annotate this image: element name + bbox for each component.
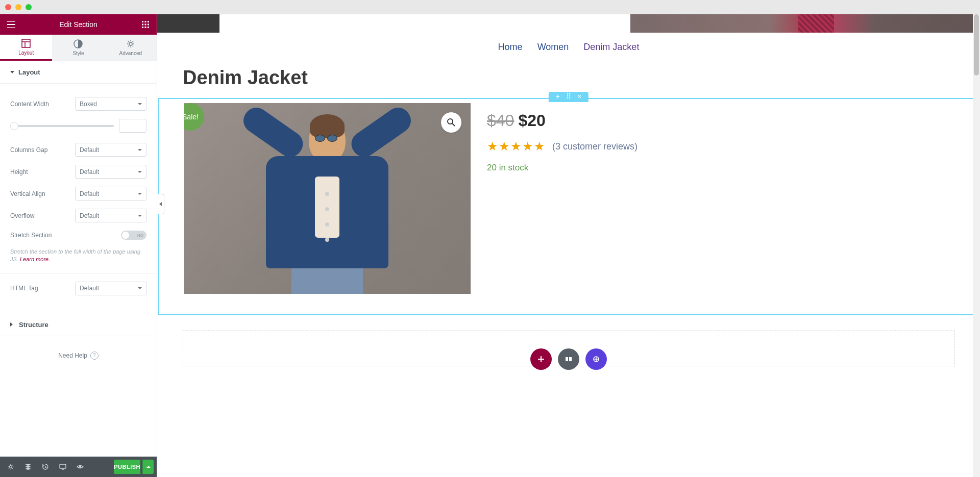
product-image[interactable]: Sale! — [184, 103, 471, 294]
menu-icon[interactable] — [6, 19, 16, 30]
price-new: $20 — [518, 111, 545, 130]
vertical-align-label: Vertical Align — [10, 190, 75, 197]
caret-down-icon — [10, 71, 14, 73]
height-value: Default — [80, 168, 99, 175]
svg-rect-6 — [142, 27, 143, 28]
add-section-button[interactable] — [530, 348, 552, 370]
structure-section-label: Structure — [19, 321, 48, 329]
breadcrumb-women[interactable]: Women — [537, 42, 569, 52]
svg-rect-1 — [145, 21, 146, 22]
tab-advanced-label: Advanced — [119, 51, 142, 56]
breadcrumb-home[interactable]: Home — [498, 42, 523, 52]
vertical-scrollbar[interactable]: ▲ — [973, 14, 980, 477]
tab-advanced[interactable]: Advanced — [105, 35, 157, 61]
width-slider[interactable] — [10, 125, 114, 127]
layout-section-toggle[interactable]: Layout — [0, 61, 157, 84]
add-template-button[interactable] — [558, 348, 579, 370]
breadcrumb-current: Denim Jacket — [583, 42, 639, 52]
selected-section[interactable]: + ⠿ × Sale! — [158, 98, 979, 315]
chevron-down-icon — [138, 193, 142, 195]
settings-icon[interactable] — [3, 459, 18, 474]
layout-section-label: Layout — [18, 68, 40, 76]
tab-layout-label: Layout — [18, 50, 34, 56]
width-input[interactable] — [119, 119, 146, 133]
preview-icon[interactable] — [72, 459, 88, 474]
add-section-icon[interactable]: + — [556, 93, 560, 100]
columns-gap-label: Columns Gap — [10, 146, 75, 154]
sidebar-header: Edit Section — [0, 14, 157, 35]
vertical-align-select[interactable]: Default — [75, 187, 146, 200]
structure-section-toggle[interactable]: Structure — [0, 314, 157, 336]
sidebar-title: Edit Section — [16, 20, 140, 29]
product-rating: ★★★★★ (3 customer reviews) — [487, 139, 953, 154]
preview-canvas: Home Women Denim Jacket Denim Jacket + ⠿… — [157, 14, 980, 477]
content-width-select[interactable]: Boxed — [75, 97, 146, 111]
svg-point-17 — [79, 466, 81, 468]
scrollbar-thumb[interactable] — [974, 14, 979, 76]
widgets-grid-icon[interactable] — [140, 19, 151, 30]
add-widget-dropzone[interactable] — [183, 331, 954, 366]
svg-rect-4 — [145, 24, 146, 26]
responsive-icon[interactable] — [55, 459, 70, 474]
overflow-value: Default — [80, 212, 99, 219]
chevron-down-icon — [138, 103, 142, 105]
tab-style[interactable]: Style — [52, 35, 104, 61]
navigator-icon[interactable] — [20, 459, 36, 474]
chevron-down-icon — [138, 171, 142, 173]
overflow-label: Overflow — [10, 212, 75, 219]
height-select[interactable]: Default — [75, 165, 146, 179]
html-tag-label: HTML Tag — [10, 285, 75, 292]
svg-point-18 — [448, 119, 453, 124]
content-width-label: Content Width — [10, 101, 75, 108]
delete-section-icon[interactable]: × — [577, 93, 581, 100]
window-titlebar — [0, 0, 980, 14]
slider-thumb[interactable] — [10, 122, 18, 130]
section-edit-handle: + ⠿ × — [549, 92, 589, 102]
tab-layout[interactable]: Layout — [0, 35, 52, 61]
svg-rect-15 — [60, 464, 66, 468]
svg-point-13 — [129, 42, 132, 45]
hero-image-strip — [157, 14, 980, 33]
collapse-sidebar-handle[interactable] — [157, 194, 164, 214]
stretch-section-toggle[interactable]: NO — [121, 231, 146, 240]
svg-rect-7 — [145, 27, 146, 28]
sale-badge: Sale! — [184, 103, 204, 131]
chevron-left-icon — [159, 202, 162, 206]
minimize-window-icon[interactable] — [15, 4, 21, 10]
svg-rect-5 — [148, 24, 149, 26]
reviews-link[interactable]: (3 customer reviews) — [552, 141, 638, 152]
caret-up-icon — [146, 466, 151, 468]
publish-button[interactable]: PUBLISH — [114, 460, 140, 474]
divider — [0, 273, 157, 273]
stretch-help-text: Stretch the section to the full width of… — [10, 248, 146, 273]
price-old: $40 — [487, 111, 514, 130]
html-tag-value: Default — [80, 285, 99, 292]
chevron-down-icon — [138, 287, 142, 289]
tab-style-label: Style — [72, 51, 84, 56]
drag-section-icon[interactable]: ⠿ — [566, 93, 571, 100]
overflow-select[interactable]: Default — [75, 209, 146, 222]
html-tag-select[interactable]: Default — [75, 282, 146, 295]
close-window-icon[interactable] — [5, 4, 11, 10]
publish-options-button[interactable] — [142, 460, 154, 474]
history-icon[interactable] — [38, 459, 53, 474]
add-global-button[interactable] — [585, 348, 607, 370]
learn-more-link[interactable]: Learn more. — [20, 256, 50, 262]
sidebar-footer: PUBLISH — [0, 457, 157, 477]
product-info: $40$20 ★★★★★ (3 customer reviews) 20 in … — [487, 103, 953, 294]
stock-status: 20 in stock — [487, 163, 953, 173]
content-width-value: Boxed — [80, 101, 97, 108]
svg-rect-9 — [22, 39, 30, 47]
columns-gap-select[interactable]: Default — [75, 143, 146, 157]
editor-sidebar: Edit Section Layout Style Advanced Lay — [0, 14, 157, 477]
zoom-icon[interactable] — [441, 112, 461, 133]
chevron-down-icon — [138, 215, 142, 217]
svg-rect-0 — [142, 21, 143, 22]
caret-right-icon — [10, 322, 15, 327]
svg-rect-3 — [142, 24, 143, 26]
person-illustration — [240, 118, 414, 294]
need-help[interactable]: Need Help ? — [0, 336, 157, 375]
maximize-window-icon[interactable] — [26, 4, 32, 10]
stars-icon: ★★★★★ — [487, 139, 545, 154]
toggle-knob — [122, 232, 129, 239]
